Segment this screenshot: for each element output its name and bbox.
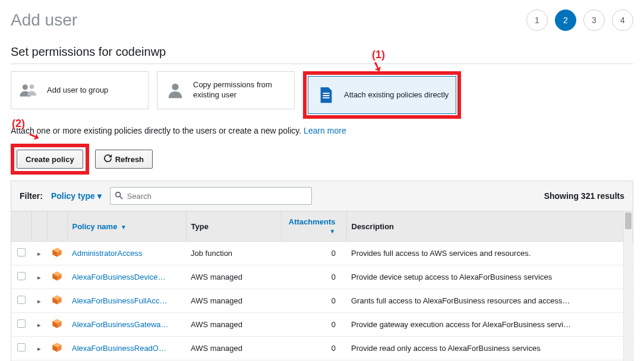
policy-type: AWS managed	[186, 265, 281, 289]
results-count: Showing 321 results	[544, 191, 624, 201]
refresh-label: Refresh	[115, 155, 144, 164]
policy-cube-icon	[52, 346, 62, 354]
scrollbar[interactable]	[623, 211, 632, 361]
users-group-icon	[18, 80, 40, 101]
step-indicator: 1 2 3 4	[526, 10, 633, 31]
filter-type-dropdown[interactable]: Policy type ▾	[51, 191, 102, 201]
user-icon	[165, 80, 186, 101]
policy-attachments: 0	[281, 313, 346, 337]
policy-attachments: 0	[281, 242, 346, 265]
policy-name-link[interactable]: AlexaForBusinessGatewa…	[72, 320, 169, 329]
policy-cube-icon	[52, 251, 62, 259]
svg-point-2	[172, 84, 178, 90]
policy-name-link[interactable]: AlexaForBusinessFullAcc…	[72, 296, 167, 305]
col-attachments[interactable]: Attachments ▼	[281, 211, 346, 242]
policy-type: AWS managed	[186, 313, 281, 337]
policy-type: Job function	[186, 242, 281, 265]
refresh-button[interactable]: Refresh	[95, 150, 153, 169]
svg-line-7	[120, 197, 122, 199]
policy-description: Provide read only access to AlexaForBusi…	[346, 337, 633, 360]
col-expand	[31, 211, 47, 242]
policy-attachments: 0	[281, 337, 346, 360]
policy-description: Provide device setup access to AlexaForB…	[346, 265, 633, 289]
policy-cube-icon	[52, 322, 62, 331]
svg-point-1	[30, 84, 34, 89]
col-type[interactable]: Type	[186, 211, 281, 242]
policy-description: Provide gateway execution access for Ale…	[346, 313, 633, 337]
table-row: ▸AlexaForBusinessReadO…AWS managed0Provi…	[11, 337, 633, 360]
table-row: ▸AdministratorAccessJob function0Provide…	[11, 242, 633, 265]
option-label: Add user to group	[47, 86, 108, 96]
step-3[interactable]: 3	[583, 10, 605, 31]
policy-name-link[interactable]: AlexaForBusinessReadO…	[72, 344, 166, 353]
policy-name-link[interactable]: AlexaForBusinessDevice…	[72, 273, 166, 281]
policy-type: AWS managed	[186, 337, 281, 360]
svg-point-0	[23, 84, 28, 90]
table-row: ▸AlexaForBusinessGatewa…AWS managed0Prov…	[11, 313, 633, 337]
row-checkbox[interactable]	[17, 272, 26, 280]
row-checkbox[interactable]	[17, 296, 26, 304]
sort-down-icon: ▼	[330, 228, 336, 235]
annotation-box-1: (1) ➘ Attach existing policies directly	[303, 71, 461, 119]
expand-caret-icon[interactable]: ▸	[37, 321, 41, 328]
search-input[interactable]	[110, 187, 312, 205]
expand-caret-icon[interactable]: ▸	[37, 274, 41, 281]
chevron-down-icon: ▾	[97, 191, 102, 201]
create-policy-button[interactable]: Create policy	[17, 150, 83, 169]
filter-label: Filter:	[20, 191, 43, 201]
annotation-box-2: (2) ➘ Create policy	[11, 144, 89, 175]
row-checkbox[interactable]	[17, 319, 26, 328]
step-1[interactable]: 1	[526, 10, 548, 31]
svg-rect-3	[323, 93, 329, 94]
col-checkbox	[11, 211, 31, 242]
annotation-2-label: (2)	[12, 118, 25, 130]
document-icon	[315, 84, 337, 106]
learn-more-link[interactable]: Learn more	[304, 126, 346, 135]
policy-description: Provides full access to AWS services and…	[346, 242, 633, 265]
policy-type: AWS managed	[186, 289, 281, 313]
option-attach-policies[interactable]: Attach existing policies directly	[308, 76, 456, 114]
section-title: Set permissions for codeinwp	[11, 45, 633, 59]
search-icon	[115, 191, 123, 201]
col-policy-name[interactable]: Policy name ▼	[67, 211, 186, 242]
step-4[interactable]: 4	[612, 10, 633, 31]
policy-cube-icon	[52, 298, 62, 307]
expand-caret-icon[interactable]: ▸	[37, 345, 41, 352]
col-description[interactable]: Description	[346, 211, 633, 242]
option-copy-permissions[interactable]: Copy permissions from existing user	[157, 71, 295, 109]
refresh-icon	[104, 154, 112, 164]
table-row: ▸AlexaForBusinessFullAcc…AWS managed0Gra…	[11, 289, 633, 313]
svg-point-6	[116, 192, 121, 197]
row-checkbox[interactable]	[17, 248, 26, 256]
policy-cube-icon	[52, 274, 62, 283]
policy-name-link[interactable]: AdministratorAccess	[72, 249, 142, 258]
filter-type-text: Policy type	[51, 191, 95, 201]
expand-caret-icon[interactable]: ▸	[37, 297, 41, 305]
expand-caret-icon[interactable]: ▸	[37, 250, 41, 257]
table-row: ▸AlexaForBusinessDevice…AWS managed0Prov…	[11, 265, 633, 289]
sort-down-icon: ▼	[121, 224, 127, 230]
policy-attachments: 0	[281, 265, 346, 289]
divider	[11, 64, 633, 64]
policy-attachments: 0	[281, 289, 346, 313]
step-2[interactable]: 2	[555, 10, 576, 31]
svg-rect-4	[323, 95, 329, 96]
row-checkbox[interactable]	[17, 343, 26, 352]
option-label: Copy permissions from existing user	[193, 80, 287, 100]
helper-text: Attach one or more existing policies dir…	[11, 126, 633, 135]
svg-rect-5	[323, 97, 329, 99]
col-icon	[47, 211, 67, 242]
page-title: Add user	[11, 11, 77, 30]
option-add-to-group[interactable]: Add user to group	[11, 71, 149, 109]
policy-description: Grants full access to AlexaForBusiness r…	[346, 289, 633, 313]
option-label: Attach existing policies directly	[344, 90, 449, 100]
